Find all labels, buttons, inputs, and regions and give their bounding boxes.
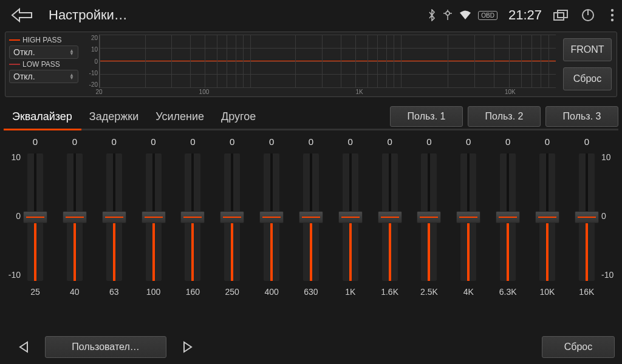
tabs-row: ЭквалайзерЗадержкиУсилениеДругое Польз. … — [0, 104, 622, 129]
eq-freq-label: 250 — [225, 287, 239, 297]
back-icon — [10, 7, 34, 23]
eq-band-4K: 04K — [451, 136, 485, 306]
eq-thumb[interactable] — [142, 211, 166, 223]
eq-thumb[interactable] — [417, 211, 441, 223]
eq-value: 0 — [33, 136, 38, 150]
eq-band-250: 0250 — [215, 136, 249, 306]
windows-icon[interactable] — [553, 9, 569, 21]
eq-slider[interactable] — [421, 153, 437, 281]
eq-thumb[interactable] — [220, 211, 244, 223]
eq-slider[interactable] — [185, 153, 200, 281]
eq-band-25: 025 — [18, 136, 52, 306]
svg-point-5 — [611, 9, 613, 12]
eq-freq-label: 4K — [463, 287, 474, 297]
eq-band-63: 063 — [97, 136, 131, 306]
eq-slider[interactable] — [146, 153, 162, 281]
eq-thumb[interactable] — [378, 211, 402, 223]
eq-value: 0 — [151, 136, 156, 150]
low-pass-dropdown[interactable]: Откл.▲▼ — [9, 70, 78, 83]
eq-band-160: 0160 — [176, 136, 210, 306]
eq-thumb[interactable] — [338, 211, 363, 223]
eq-thumb[interactable] — [575, 211, 599, 223]
low-pass-label: LOW PASS — [9, 60, 78, 69]
eq-thumb[interactable] — [63, 211, 87, 223]
equalizer-area: 100-10 100-10 02504006301000160025004000… — [0, 130, 622, 306]
eq-band-100: 0100 — [137, 136, 171, 306]
eq-freq-label: 2.5K — [420, 287, 438, 297]
eq-thumb[interactable] — [456, 211, 480, 223]
bluetooth-icon — [427, 9, 437, 21]
eq-thumb[interactable] — [23, 211, 47, 223]
eq-reset-button[interactable]: Сброс — [542, 336, 615, 358]
eq-value: 0 — [466, 136, 471, 150]
eq-slider[interactable] — [27, 153, 43, 281]
eq-band-16K: 016K — [570, 136, 604, 306]
eq-value: 0 — [269, 136, 274, 150]
eq-value: 0 — [505, 136, 510, 150]
svg-point-7 — [611, 19, 613, 21]
preset-button-1[interactable]: Польз. 1 — [390, 106, 463, 127]
eq-thumb[interactable] — [180, 211, 205, 223]
eq-slider[interactable] — [579, 153, 595, 281]
eq-slider[interactable] — [224, 153, 240, 281]
response-graph: 20100-10-20 201001K10K — [82, 32, 558, 96]
eq-slider[interactable] — [67, 153, 83, 281]
eq-value: 0 — [112, 136, 117, 150]
eq-freq-label: 630 — [304, 287, 318, 297]
eq-band-630: 0630 — [294, 136, 328, 306]
eq-freq-label: 400 — [264, 287, 278, 297]
filter-reset-button[interactable]: Сброс — [563, 67, 612, 90]
eq-value: 0 — [72, 136, 77, 150]
preset-button-2[interactable]: Польз. 2 — [468, 106, 541, 127]
eq-band-1.6K: 01.6K — [373, 136, 407, 306]
status-icons: OBD 21:27 — [427, 7, 615, 23]
eq-slider[interactable] — [539, 153, 555, 281]
wifi-icon — [459, 10, 472, 21]
more-icon[interactable] — [610, 8, 615, 22]
eq-value: 0 — [190, 136, 195, 150]
eq-band-1K: 01K — [333, 136, 367, 306]
eq-thumb[interactable] — [535, 211, 559, 223]
power-icon[interactable] — [581, 8, 595, 22]
preset-prev[interactable] — [7, 337, 40, 357]
eq-slider[interactable] — [303, 153, 319, 281]
eq-slider[interactable] — [500, 153, 516, 281]
eq-band-400: 0400 — [255, 136, 289, 306]
svg-point-0 — [446, 12, 449, 15]
tab-2[interactable]: Усиление — [147, 106, 213, 128]
eq-thumb[interactable] — [259, 211, 284, 223]
back-button[interactable] — [7, 4, 36, 26]
eq-freq-label: 100 — [146, 287, 160, 297]
eq-freq-label: 1K — [345, 287, 355, 297]
preset-button-3[interactable]: Польз. 3 — [545, 106, 618, 127]
eq-thumb[interactable] — [299, 211, 323, 223]
eq-band-6.3K: 06.3K — [491, 136, 525, 306]
location-icon — [443, 9, 453, 21]
high-pass-label: HIGH PASS — [9, 36, 78, 44]
clock: 21:27 — [508, 7, 542, 23]
high-pass-dropdown[interactable]: Откл.▲▼ — [9, 46, 78, 59]
tab-3[interactable]: Другое — [213, 106, 264, 128]
tab-0[interactable]: Эквалайзер — [4, 106, 81, 128]
eq-freq-label: 160 — [186, 287, 200, 297]
tab-1[interactable]: Задержки — [81, 106, 147, 128]
eq-slider[interactable] — [343, 153, 358, 281]
eq-scale-right: 100-10 — [601, 152, 620, 280]
eq-freq-label: 6.3K — [499, 287, 517, 297]
eq-slider[interactable] — [460, 153, 476, 281]
filter-buttons: FRONT Сброс — [558, 32, 617, 96]
eq-thumb[interactable] — [496, 211, 520, 223]
eq-slider[interactable] — [382, 153, 398, 281]
eq-slider[interactable] — [106, 153, 122, 281]
front-button[interactable]: FRONT — [563, 38, 612, 61]
obd-badge: OBD — [478, 11, 497, 20]
eq-band-2.5K: 02.5K — [412, 136, 446, 306]
bottom-row: Пользовател… Сброс — [7, 336, 615, 358]
svg-rect-1 — [554, 13, 564, 20]
preset-selector[interactable]: Пользовател… — [45, 336, 166, 358]
eq-value: 0 — [387, 136, 392, 150]
preset-next[interactable] — [171, 337, 204, 357]
eq-slider[interactable] — [264, 153, 279, 281]
eq-freq-label: 40 — [70, 287, 80, 297]
eq-thumb[interactable] — [102, 211, 126, 223]
